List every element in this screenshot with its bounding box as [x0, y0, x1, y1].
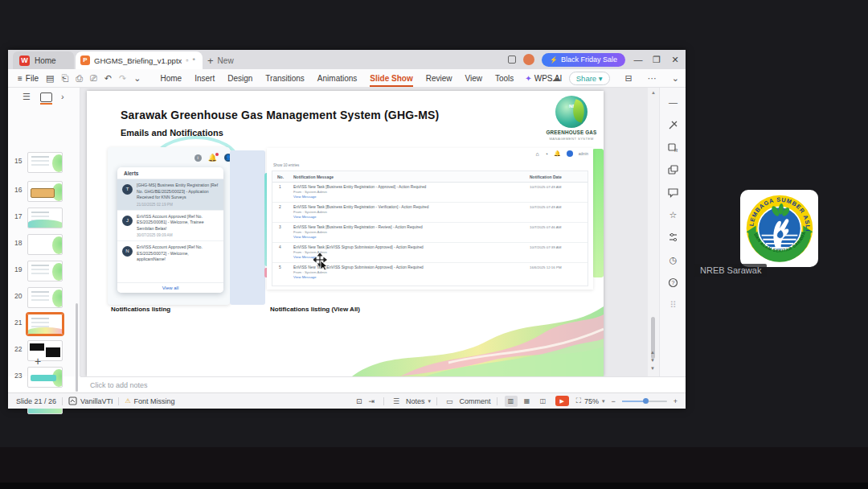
slide-thumbnail-16[interactable]: 16 — [8, 179, 80, 203]
portal-username: admin — [579, 152, 588, 156]
thumbnail-scrollbar[interactable] — [76, 303, 78, 392]
save-icon[interactable]: ▤ — [46, 73, 54, 84]
selection-pane-icon[interactable]: R — [668, 142, 678, 153]
slide-subtitle: Emails and Notifications — [121, 128, 223, 138]
menu-transitions[interactable]: Transitions — [259, 71, 311, 86]
collapse-ribbon-icon[interactable]: ⌄ — [672, 73, 679, 84]
status-bar: Slide 21 / 26 VanillaVTI ⚠ Font Missing … — [8, 392, 686, 409]
theme-icon — [68, 397, 77, 405]
comment-pane-icon[interactable] — [668, 187, 678, 198]
slide-thumbnail-15[interactable]: 15 — [8, 150, 80, 175]
share-button[interactable]: Share ▾ — [569, 72, 610, 85]
undo-icon[interactable]: ↶ — [104, 73, 112, 84]
side-tool-rail: — R ☆ ◷ ? ⠿ — [659, 88, 686, 376]
file-menu[interactable]: ≡ File — [18, 74, 39, 83]
zoom-chevron-icon[interactable]: ▾ — [602, 398, 605, 405]
jump-to-icon[interactable]: ⇥ — [368, 397, 375, 405]
meeting-stage: W Home P GHGMS_Briefing_v1.pptx ▫ * + Ne… — [0, 0, 868, 489]
cloud-sync-icon[interactable]: ☁ — [552, 73, 561, 84]
wps-logo-icon: W — [19, 55, 30, 66]
row-from: From : System Admin — [293, 230, 530, 234]
menu-home[interactable]: Home — [154, 71, 188, 86]
slideshow-play-button[interactable]: ▶ — [555, 396, 569, 406]
slide-thumbnail-17[interactable]: 17 — [8, 206, 80, 230]
notes-pane[interactable]: Click to add notes — [80, 376, 686, 392]
bell-icon: 🔔 — [554, 150, 561, 157]
font-missing-warning[interactable]: ⚠ Font Missing — [125, 397, 174, 405]
more-menu-icon[interactable]: ⋯ — [648, 73, 657, 84]
slide-sorter-view-button[interactable]: ▦ — [521, 396, 534, 407]
print-preview-icon[interactable]: ⎚ — [90, 73, 97, 84]
account-avatar[interactable] — [523, 54, 534, 65]
menu-design[interactable]: Design — [221, 71, 259, 86]
slide-21[interactable]: Sarawak Greenhouse Gas Management System… — [87, 91, 604, 376]
slide-thumbnail-23[interactable]: 23 — [8, 365, 80, 389]
outline-view-icon[interactable]: ☰ — [23, 92, 31, 102]
menu-slide-show[interactable]: Slide Show — [363, 71, 419, 86]
thumb-preview — [27, 208, 63, 228]
chevron-down-icon: ▾ — [428, 398, 432, 405]
notes-toggle-button[interactable]: ☰ Notes ▾ — [390, 397, 431, 405]
collapse-rail-icon[interactable]: — — [668, 97, 678, 108]
slide-thumbnail-20[interactable]: 20 — [8, 286, 80, 310]
redo-icon[interactable]: ↷ — [119, 73, 126, 84]
slide-thumbnail-19[interactable]: 19 — [8, 259, 80, 283]
row-message: EnVISS New Task [Business Entity Registr… — [293, 225, 530, 229]
normal-view-button[interactable]: ▥ — [505, 396, 518, 407]
format-tools-icon[interactable] — [668, 120, 678, 130]
history-clock-icon[interactable]: ◷ — [668, 255, 678, 265]
menu-review[interactable]: Review — [420, 71, 459, 86]
svg-text:R: R — [674, 148, 678, 153]
thumb-preview — [27, 181, 63, 202]
row-from: From : System Admin — [293, 210, 530, 214]
menu-animations[interactable]: Animations — [311, 71, 363, 86]
zoom-slider[interactable] — [622, 401, 667, 402]
reading-view-button[interactable]: ◫ — [537, 396, 550, 407]
black-friday-sale-button[interactable]: ⚡ Black Friday Sale — [542, 53, 625, 67]
settings-sliders-icon[interactable] — [668, 232, 678, 243]
menu-insert[interactable]: Insert — [188, 71, 221, 86]
menu-view[interactable]: View — [458, 71, 489, 86]
add-slide-button[interactable]: + — [35, 355, 41, 368]
wps-presentation-window: W Home P GHGMS_Briefing_v1.pptx ▫ * + Ne… — [8, 50, 686, 409]
tab-list-icon[interactable] — [508, 55, 516, 64]
slide-number-icon[interactable]: ⊡ — [356, 397, 362, 405]
scroll-up-arrow[interactable]: ▲ — [651, 90, 656, 95]
ai-sparkle-icon: ✦ — [525, 74, 531, 83]
zoom-in-button[interactable]: + — [674, 397, 678, 405]
canvas-scrollbar[interactable]: ▲ ▲ ▼ ▼ — [648, 88, 659, 376]
new-tab-button[interactable]: + New — [207, 51, 234, 69]
maximize-button[interactable]: ❐ — [651, 55, 662, 65]
tab-document[interactable]: P GHGMS_Briefing_v1.pptx ▫ * — [76, 51, 203, 69]
view-message-link: View Message — [293, 235, 530, 239]
previous-slide-button[interactable]: ▲ — [650, 350, 655, 355]
export-icon[interactable]: ⎗ — [61, 73, 68, 84]
home-icon: ⌂ — [536, 151, 539, 157]
zoom-slider-knob[interactable] — [643, 398, 649, 404]
shapes-icon[interactable] — [668, 165, 678, 175]
apps-grid-icon[interactable]: ⠿ — [668, 300, 678, 310]
slide-thumbnail-21[interactable]: 21 — [8, 312, 80, 336]
slide-thumbnail-18[interactable]: 18 — [8, 232, 80, 257]
close-button[interactable]: ✕ — [669, 55, 681, 65]
zoom-level: 75% — [584, 397, 599, 405]
more-commands-chevron-icon[interactable]: ⌄ — [133, 73, 141, 84]
fit-slide-icon[interactable]: ⛶ — [576, 397, 581, 405]
thumbnail-view-icon[interactable] — [40, 92, 52, 102]
design-theme-button[interactable]: VanillaVTI — [68, 397, 113, 405]
slide-thumbnail-22[interactable]: 22 — [8, 339, 80, 363]
favorites-star-icon[interactable]: ☆ — [668, 210, 678, 220]
switch-panel-icon[interactable]: ⊟ — [625, 73, 633, 84]
tab-wps-home[interactable]: W Home — [13, 51, 74, 69]
view-message-link: View Message — [293, 215, 530, 219]
collapse-panel-icon[interactable]: › — [61, 92, 64, 101]
menu-tools[interactable]: Tools — [489, 71, 520, 86]
scroll-down-arrow[interactable]: ▼ — [650, 366, 655, 371]
zoom-out-button[interactable]: − — [611, 397, 615, 405]
menu-items: Home Insert Design Transitions Animation… — [154, 71, 520, 86]
help-icon[interactable]: ? — [668, 277, 678, 288]
minimize-button[interactable]: — — [633, 55, 644, 64]
comment-button[interactable]: ▭ Comment — [443, 397, 491, 405]
next-slide-button[interactable]: ▼ — [650, 358, 655, 363]
print-icon[interactable]: ⎙ — [76, 73, 83, 84]
